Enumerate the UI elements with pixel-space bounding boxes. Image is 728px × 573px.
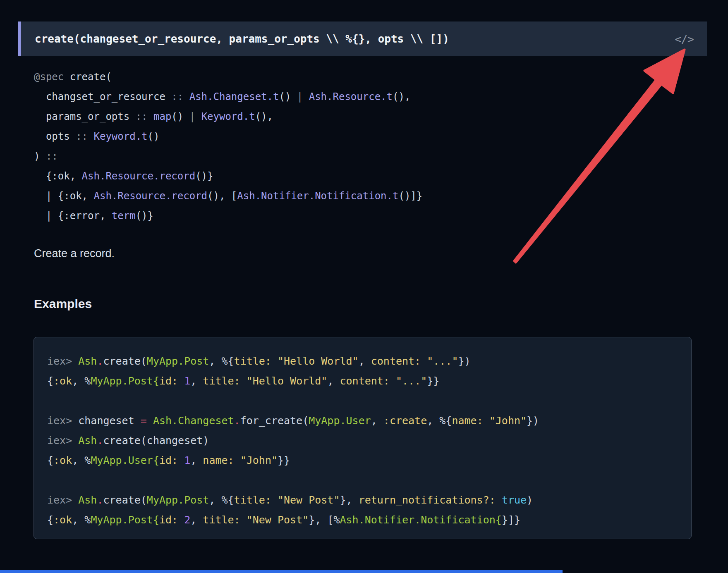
spec-block: @spec create( changset_or_resource :: As… [34, 67, 422, 226]
examples-heading: Examples [34, 297, 92, 311]
page: { "signature": { "title": "create(change… [0, 0, 728, 573]
horizontal-scrollbar-thumb[interactable] [0, 570, 563, 573]
example-code-block: iex> Ash.create(MyApp.Post, %{title: "He… [34, 337, 692, 539]
view-source-icon[interactable]: </> [675, 33, 694, 45]
example-code: iex> Ash.create(MyApp.Post, %{title: "He… [47, 351, 691, 530]
function-signature: create(changeset_or_resource, params_or_… [35, 33, 449, 45]
description: Create a record. [34, 247, 115, 260]
function-signature-header: create(changeset_or_resource, params_or_… [18, 21, 707, 56]
